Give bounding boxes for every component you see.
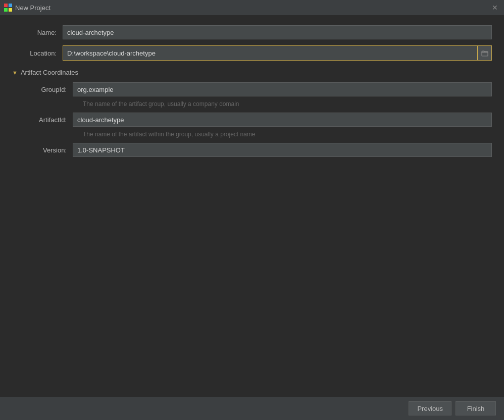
name-label: Name:: [12, 29, 63, 36]
location-wrapper: [63, 45, 492, 61]
groupid-row: GroupId:: [22, 82, 492, 96]
artifact-coordinates-section-header: ▼ Artifact Coordinates: [12, 69, 492, 76]
svg-rect-1: [9, 4, 12, 7]
artifact-coordinates-title: Artifact Coordinates: [21, 69, 78, 76]
previous-button[interactable]: Previous: [409, 401, 451, 415]
version-row: Version:: [22, 143, 492, 157]
location-input[interactable]: [63, 46, 477, 60]
bottom-bar: Previous Finish: [0, 397, 504, 420]
artifactid-label: ArtifactId:: [22, 116, 73, 124]
groupid-label: GroupId:: [22, 86, 73, 93]
svg-rect-4: [482, 51, 488, 56]
artifactid-input[interactable]: [73, 113, 492, 127]
section-collapse-arrow[interactable]: ▼: [12, 70, 18, 76]
app-icon: [4, 4, 12, 12]
svg-rect-3: [9, 8, 12, 12]
name-input[interactable]: [63, 25, 492, 39]
title-bar-left: New Project: [4, 4, 51, 12]
artifactid-row: ArtifactId:: [22, 113, 492, 127]
location-row: Location:: [12, 45, 492, 61]
groupid-input[interactable]: [73, 82, 492, 96]
artifact-coordinates-form: GroupId: The name of the artifact group,…: [12, 82, 492, 163]
close-button[interactable]: ✕: [490, 3, 500, 13]
name-row: Name:: [12, 25, 492, 39]
location-browse-button[interactable]: [477, 46, 491, 60]
finish-button[interactable]: Finish: [456, 401, 496, 415]
artifactid-hint: The name of the artifact within the grou…: [83, 131, 492, 138]
main-content: Name: Location: ▼ Artifact Coordinates G…: [0, 15, 504, 397]
version-input[interactable]: [73, 143, 492, 157]
version-label: Version:: [22, 146, 73, 154]
svg-rect-0: [4, 4, 8, 7]
groupid-hint: The name of the artifact group, usually …: [83, 100, 492, 108]
location-label: Location:: [12, 49, 63, 57]
title-bar: New Project ✕: [0, 0, 504, 15]
svg-rect-2: [4, 8, 8, 12]
dialog-title: New Project: [15, 4, 51, 12]
